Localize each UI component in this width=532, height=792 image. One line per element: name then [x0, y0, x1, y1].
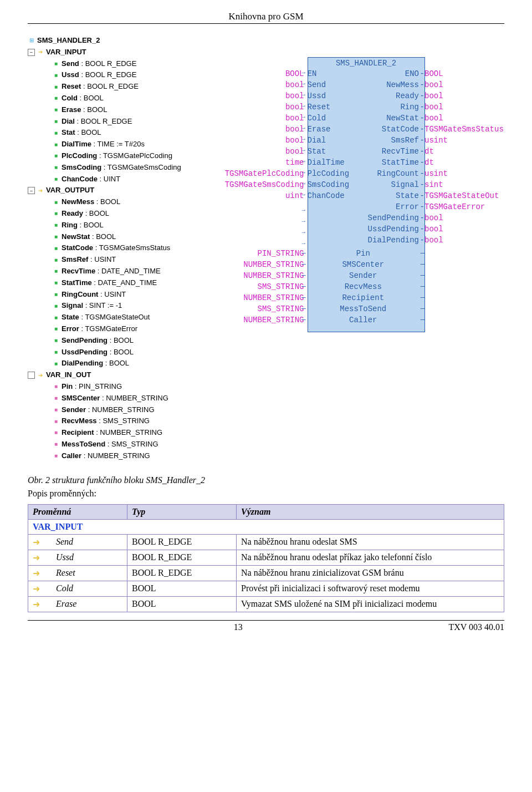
- pin-out-name: NewMess: [363, 80, 421, 89]
- pin-inout-row: SMS_STRINGMessToSend: [198, 303, 504, 314]
- tree-line: ■NewMess : BOOL: [28, 196, 192, 208]
- var-icon: ■: [52, 164, 60, 171]
- expand-icon[interactable]: −: [28, 187, 35, 194]
- cell-name: Ussd: [52, 550, 127, 566]
- variables-heading: Popis proměnných:: [28, 489, 504, 499]
- var-icon: ■: [52, 118, 60, 125]
- cell-name: Erase: [52, 597, 127, 612]
- tree-line: ■Send : BOOL R_EDGE: [28, 58, 192, 70]
- pin-out-name: NewStat: [363, 114, 421, 123]
- pin-in-type: uint: [198, 191, 305, 200]
- cell-name: Send: [52, 535, 127, 550]
- pin-inout-type: NUMBER_STRING: [198, 271, 305, 280]
- arrow-icon: ➜: [33, 583, 40, 591]
- pin-inout-row: NUMBER_STRINGCaller: [198, 314, 504, 326]
- pin-row: timeDialTimeStatTimedt: [198, 157, 504, 168]
- arrow-icon: ➜: [33, 537, 40, 545]
- pin-inout-type: NUMBER_STRING: [198, 293, 305, 302]
- pin-out-type: BOOL: [421, 69, 504, 78]
- var-icon: ■: [52, 210, 60, 217]
- pin-in-name: PlcCoding: [305, 169, 363, 178]
- pin-in-name: Dial: [305, 136, 363, 145]
- folder-icon: ➜: [37, 187, 44, 195]
- pin-in-type: bool: [198, 125, 305, 134]
- variables-table: Proměnná Typ Význam VAR_INPUT ➜SendBOOL …: [28, 504, 504, 612]
- pin-row: boolUssdReadybool: [198, 90, 504, 101]
- tree-line: ■Erase : BOOL: [28, 104, 192, 116]
- pin-out-name: Ring: [363, 103, 421, 111]
- tree-line: ■Recipient : NUMBER_STRING: [28, 427, 192, 439]
- var-icon: ■: [52, 348, 60, 356]
- pin-out-name: SmsRef: [363, 136, 421, 145]
- pin-inout-type: SMS_STRING: [198, 282, 305, 291]
- function-block-diagram: SMS_HANDLER_2BOOLENENOBOOLboolSendNewMes…: [198, 35, 504, 326]
- pin-out-type: TGSMGateError: [421, 202, 504, 211]
- tree-line: ■UssdPending : BOOL: [28, 347, 192, 358]
- pin-out-type: dt: [421, 158, 504, 167]
- cell-type: BOOL R_EDGE: [127, 550, 237, 566]
- var-icon: ■: [52, 291, 60, 298]
- pin-row: BOOLENENOBOOL: [198, 68, 504, 79]
- var-icon: ■: [52, 440, 60, 448]
- arrow-icon: ➜: [33, 568, 40, 576]
- pin-in-type: time: [198, 158, 305, 167]
- pin-in-name: SmsCoding: [305, 180, 363, 189]
- folder-icon: ➜: [37, 48, 44, 56]
- tree-line: ■PlcCoding : TGSMGatePlcCoding: [28, 150, 192, 162]
- cell-type: BOOL R_EDGE: [127, 566, 237, 581]
- pin-in-name: Erase: [305, 125, 363, 134]
- pin-in-name: Send: [305, 80, 363, 89]
- var-icon: ■: [52, 106, 60, 114]
- pin-out-type: usint: [421, 169, 504, 178]
- cell-name: Reset: [52, 566, 127, 581]
- pin-out-name: SendPending: [363, 214, 421, 222]
- tree-line: ■Ready : BOOL: [28, 208, 192, 220]
- pin-out-type: bool: [421, 103, 504, 111]
- tree-line: −➜VAR_INPUT: [28, 47, 192, 58]
- cell-type: BOOL: [127, 597, 237, 612]
- var-icon: ■: [52, 83, 60, 91]
- pin-out-name: StatTime: [363, 158, 421, 167]
- expand-icon[interactable]: −: [28, 49, 35, 56]
- pin-in-type: TGSMGatePlcCoding: [198, 169, 305, 178]
- pin-inout-name: MessToSend: [305, 304, 421, 313]
- var-icon: ■: [52, 233, 60, 241]
- var-icon: ■: [52, 394, 60, 402]
- var-icon: ■: [52, 429, 60, 436]
- cell-name: Cold: [52, 581, 127, 597]
- cell-meaning: Na náběžnou hranu odeslat SMS: [237, 535, 504, 550]
- pin-out-name: Signal: [363, 180, 421, 189]
- pin-out-type: bool: [421, 92, 504, 100]
- pin-out-name: State: [363, 191, 421, 200]
- var-icon: ■: [52, 141, 60, 149]
- th-type: Typ: [127, 505, 237, 520]
- pin-in-type: bool: [198, 136, 305, 145]
- tree-line: ■RecvTime : DATE_AND_TIME: [28, 266, 192, 277]
- var-icon: ■: [52, 360, 60, 368]
- table-row: ➜EraseBOOLVymazat SMS uložené na SIM při…: [28, 597, 504, 612]
- arrow-icon: ➜: [33, 599, 40, 607]
- var-icon: ■: [52, 418, 60, 425]
- table-row: ➜ColdBOOLProvést při inicializaci i soft…: [28, 581, 504, 597]
- variable-tree: ⊞SMS_HANDLER_2−➜VAR_INPUT■Send : BOOL R_…: [28, 35, 192, 461]
- pin-in-name: ChanCode: [305, 191, 363, 200]
- pin-out-type: usint: [421, 136, 504, 145]
- th-meaning: Význam: [237, 505, 504, 520]
- tree-line: ■StatCode : TGSMGateSmsStatus: [28, 242, 192, 254]
- section-var-input: VAR_INPUT: [28, 520, 504, 535]
- tree-line: ■SmsRef : USINT: [28, 254, 192, 266]
- table-row: ➜ResetBOOL R_EDGENa náběžnou hranu zinic…: [28, 566, 504, 581]
- pin-out-name: Ready: [363, 92, 421, 100]
- cell-type: BOOL: [127, 581, 237, 597]
- pin-inout-type: PIN_STRING: [198, 249, 305, 258]
- pin-inout-type: NUMBER_STRING: [198, 316, 305, 324]
- tree-line: ■Cold : BOOL: [28, 93, 192, 104]
- page-header: Knihovna pro GSM: [28, 11, 504, 24]
- pin-inout-type: SMS_STRING: [198, 304, 305, 313]
- pin-inout-row: PIN_STRINGPin: [198, 248, 504, 259]
- pin-out-name: ENO: [363, 69, 421, 78]
- pin-out-type: TGSMGateStateOut: [421, 191, 504, 200]
- pin-row: TGSMGateSmsCodingSmsCodingSignalsint: [198, 179, 504, 190]
- expand-icon[interactable]: [28, 372, 35, 379]
- var-icon: ■: [52, 452, 60, 460]
